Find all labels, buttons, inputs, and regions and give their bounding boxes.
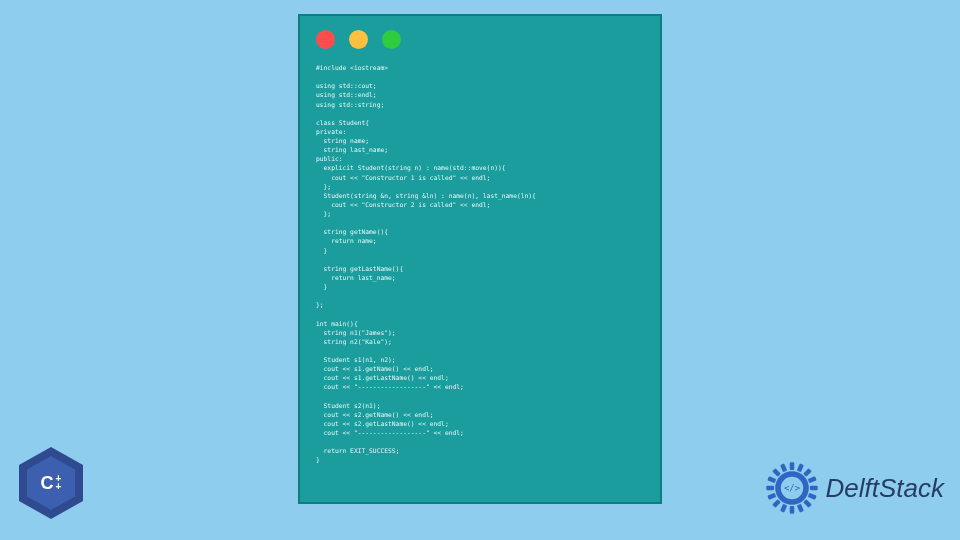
svg-text:</>: </>	[783, 483, 799, 493]
cpp-plus-bottom: +	[56, 483, 62, 491]
maximize-icon	[382, 30, 401, 49]
svg-rect-12	[780, 463, 787, 472]
cpp-logo: C + +	[16, 444, 86, 522]
svg-rect-7	[772, 499, 781, 508]
svg-rect-3	[789, 506, 793, 514]
svg-rect-10	[796, 463, 803, 472]
svg-rect-8	[772, 468, 781, 477]
cpp-hexagon-icon: C + +	[19, 447, 83, 519]
brand-gear-icon: </>	[764, 460, 820, 516]
svg-rect-15	[767, 493, 776, 500]
minimize-icon	[349, 30, 368, 49]
svg-rect-16	[767, 476, 776, 483]
cpp-letter: C	[41, 473, 54, 494]
brand-lockup: </> DelftStack	[764, 460, 945, 516]
svg-rect-5	[809, 486, 817, 490]
svg-rect-4	[766, 486, 774, 490]
svg-rect-9	[803, 499, 812, 508]
code-block: #include <iostream> using std::cout; usi…	[316, 63, 644, 465]
svg-rect-14	[807, 476, 816, 483]
svg-rect-11	[780, 504, 787, 513]
svg-rect-13	[796, 504, 803, 513]
brand-name: DelftStack	[826, 473, 945, 504]
close-icon	[316, 30, 335, 49]
svg-rect-17	[807, 493, 816, 500]
svg-rect-6	[803, 468, 812, 477]
code-window: #include <iostream> using std::cout; usi…	[298, 14, 662, 504]
window-traffic-lights	[316, 30, 644, 49]
svg-rect-2	[789, 462, 793, 470]
